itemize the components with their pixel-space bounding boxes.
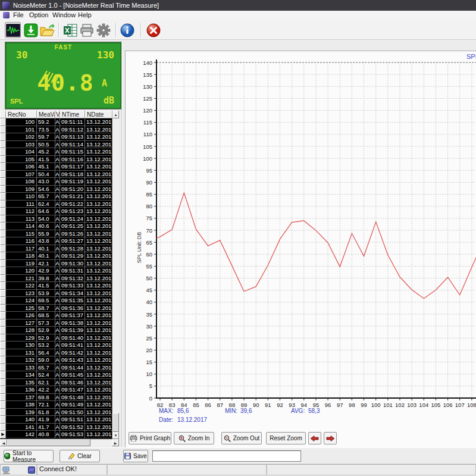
pan-left-button[interactable] (308, 432, 321, 444)
table-row[interactable]: 13053.2A09:51:4113.12.2017 (0, 342, 112, 349)
row-selector[interactable] (0, 334, 6, 342)
row-selector[interactable] (0, 141, 6, 149)
table-row[interactable]: 13872.1A09:51:4913.12.2017 (0, 401, 112, 409)
vertical-scroll-thumb[interactable] (112, 413, 119, 432)
table-row[interactable]: 12469.5A09:51:3513.12.2017 (0, 297, 112, 305)
open-file-button[interactable] (39, 22, 55, 38)
table-row[interactable]: 10173.5A09:51:1213.12.2017 (0, 126, 112, 134)
row-selector[interactable] (0, 126, 6, 134)
table-row[interactable]: 11643.8A09:51:2713.12.2017 (0, 237, 112, 245)
table-row[interactable]: 12668.5A09:51:3713.12.2017 (0, 312, 112, 320)
row-selector[interactable] (0, 156, 6, 164)
header-recno[interactable]: RecNo (6, 111, 37, 118)
excel-export-button[interactable] (62, 22, 78, 38)
current-row-marker[interactable]: ▶ (0, 431, 6, 439)
table-row[interactable]: 12241.5A09:51:3313.12.2017 (0, 282, 112, 290)
row-selector[interactable] (0, 342, 6, 349)
row-selector[interactable] (0, 275, 6, 283)
scroll-right-icon[interactable]: ▶ (112, 439, 119, 446)
row-selector[interactable] (0, 237, 6, 245)
menu-help[interactable]: Help (76, 11, 94, 20)
table-row[interactable]: 10350.5A09:51:1413.12.2017 (0, 141, 112, 149)
zoom-in-button[interactable]: Zoom In (174, 432, 214, 444)
table-row[interactable]: 11740.1A09:51:2813.12.2017 (0, 245, 112, 253)
header-ntime[interactable]: NTime (60, 111, 85, 118)
scroll-left-icon[interactable]: ◀ (0, 439, 7, 446)
table-row[interactable]: 11264.6A09:51:2313.12.2017 (0, 208, 112, 215)
table-row[interactable]: 11942.1A09:51:3013.12.2017 (0, 260, 112, 268)
row-selector[interactable] (0, 297, 6, 305)
start-measure-button[interactable]: Start to Measure (4, 450, 54, 462)
pan-right-button[interactable] (324, 432, 337, 444)
settings-button[interactable] (95, 22, 111, 38)
table-row[interactable]: 10750.4A09:51:1813.12.2017 (0, 171, 112, 178)
table-row[interactable]: 11555.9A09:51:2613.12.2017 (0, 230, 112, 238)
row-selector[interactable] (0, 230, 6, 238)
table-row[interactable]: 10445.2A09:51:1513.12.2017 (0, 148, 112, 156)
table-row[interactable]: 12952.9A09:51:4013.12.2017 (0, 334, 112, 342)
table-row[interactable]: 13259.0A09:51:4313.12.2017 (0, 356, 112, 364)
row-selector[interactable] (0, 379, 6, 387)
row-selector[interactable] (0, 424, 6, 431)
row-selector[interactable] (0, 193, 6, 201)
row-selector[interactable] (0, 171, 6, 178)
save-button[interactable]: Save (123, 450, 148, 462)
scroll-up-icon[interactable]: ▲ (112, 111, 119, 118)
table-row[interactable]: 13961.8A09:51:5013.12.2017 (0, 409, 112, 416)
row-selector[interactable] (0, 186, 6, 193)
filename-input[interactable] (152, 450, 301, 462)
row-selector[interactable] (0, 201, 6, 208)
table-row[interactable]: 12353.9A09:51:3413.12.2017 (0, 290, 112, 298)
table-row[interactable]: 12042.9A09:51:3113.12.2017 (0, 267, 112, 275)
table-row[interactable]: 11440.6A09:51:2513.12.2017 (0, 223, 112, 230)
table-row[interactable]: 12139.8A09:51:3213.12.2017 (0, 275, 112, 283)
table-row[interactable]: 13562.1A09:51:4613.12.2017 (0, 379, 112, 387)
row-selector[interactable] (0, 260, 6, 268)
table-row[interactable]: 12558.7A09:51:3613.12.2017 (0, 305, 112, 312)
row-selector[interactable] (0, 320, 6, 327)
menu-window[interactable]: Window (50, 11, 78, 20)
row-selector[interactable] (0, 312, 6, 320)
row-selector[interactable] (0, 305, 6, 312)
table-row[interactable]: 13642.2A09:51:4713.12.2017 (0, 386, 112, 394)
row-selector[interactable] (0, 409, 6, 416)
table-row[interactable]: 13156.4A09:51:4213.12.2017 (0, 349, 112, 357)
table-row[interactable]: 13769.8A09:51:4813.12.2017 (0, 394, 112, 402)
scroll-down-icon[interactable]: ▼ (112, 432, 119, 439)
row-selector[interactable] (0, 416, 6, 424)
table-row[interactable]: 10541.5A09:51:1613.12.2017 (0, 156, 112, 164)
table-row[interactable]: 12852.9A09:51:3913.12.2017 (0, 327, 112, 334)
table-row[interactable]: 11840.1A09:51:2913.12.2017 (0, 252, 112, 260)
row-selector[interactable] (0, 267, 6, 275)
print-graph-button[interactable]: Print Graph (129, 432, 171, 444)
table-row[interactable]: 12757.3A09:51:3813.12.2017 (0, 320, 112, 327)
row-selector[interactable] (0, 178, 6, 186)
row-selector[interactable] (0, 290, 6, 298)
row-selector[interactable] (0, 371, 6, 379)
table-row[interactable]: 10059.2A09:51:1113.12.2017 (0, 118, 112, 126)
row-selector[interactable] (0, 252, 6, 260)
row-selector[interactable] (0, 386, 6, 394)
zoom-out-button[interactable]: Zoom Out (221, 432, 262, 444)
horizontal-scroll-thumb[interactable] (7, 439, 90, 446)
table-row[interactable]: 10954.6A09:51:2013.12.2017 (0, 186, 112, 193)
row-selector[interactable] (0, 245, 6, 253)
menu-file[interactable]: File (11, 11, 26, 20)
row-selector[interactable] (0, 349, 6, 357)
table-row[interactable]: 10645.1A09:51:1713.12.2017 (0, 163, 112, 171)
row-selector[interactable] (0, 394, 6, 402)
row-selector[interactable] (0, 401, 6, 409)
reset-zoom-button[interactable]: Reset Zoom (266, 432, 306, 444)
table-row[interactable]: ▶14240.8A09:51:5313.12.2017 (0, 431, 112, 439)
table-row[interactable]: 13365.7A09:51:4413.12.2017 (0, 364, 112, 372)
header-ndate[interactable]: NDate (85, 111, 112, 118)
table-row[interactable]: 11065.7A09:51:2113.12.2017 (0, 193, 112, 201)
menu-option[interactable]: Option (27, 11, 51, 20)
table-row[interactable]: 10843.0A09:51:1913.12.2017 (0, 178, 112, 186)
row-selector[interactable] (0, 133, 6, 141)
row-selector[interactable] (0, 364, 6, 372)
measure-wave-button[interactable] (5, 22, 21, 38)
clear-button[interactable]: Clear (60, 450, 100, 462)
download-record-button[interactable] (23, 22, 39, 38)
table-row[interactable]: 11354.0A09:51:2413.12.2017 (0, 215, 112, 223)
